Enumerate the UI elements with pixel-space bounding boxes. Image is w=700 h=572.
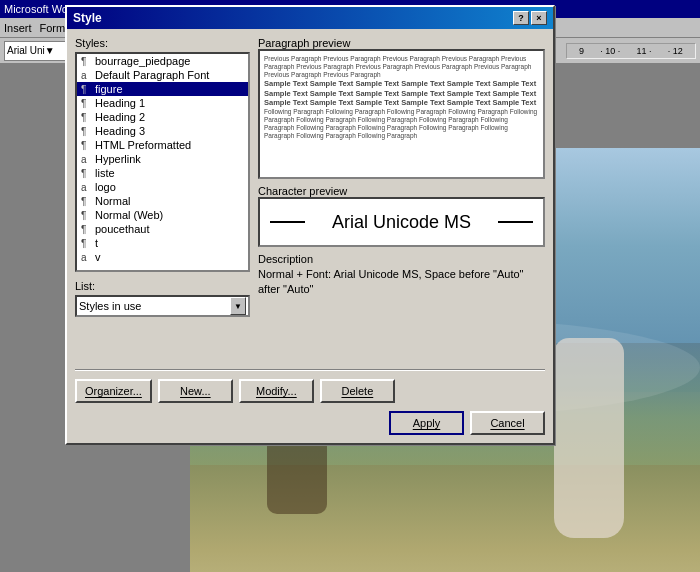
delete-button[interactable]: Delete [320, 379, 395, 403]
character-preview-box: Arial Unicode MS [258, 197, 545, 247]
style-name: Heading 3 [95, 125, 145, 137]
paragraph-preview-box: Previous Paragraph Previous Paragraph Pr… [258, 49, 545, 179]
style-prefix: a [81, 70, 91, 81]
ruler-num-12: · 12 [668, 46, 683, 56]
ruler-num-10: · 10 · [600, 46, 620, 56]
left-panel: Styles: ¶ bourrage_piedpage a Default Pa… [75, 37, 250, 345]
style-item-hyperlink[interactable]: a Hyperlink [77, 152, 248, 166]
style-name: v [95, 251, 101, 263]
style-name: Normal (Web) [95, 209, 163, 221]
style-name: Heading 2 [95, 111, 145, 123]
style-dialog: Style ? × Styles: ¶ bourrage_piedpage a [65, 5, 555, 445]
style-prefix: ¶ [81, 56, 91, 67]
style-item-heading1[interactable]: ¶ Heading 1 [77, 96, 248, 110]
list-label: List: [75, 280, 250, 292]
style-item-poucethaut[interactable]: ¶ poucethaut [77, 222, 248, 236]
styles-label: Styles: [75, 37, 250, 49]
list-dropdown[interactable]: Styles in use ▼ [75, 295, 250, 317]
dialog-titlebar-buttons: ? × [513, 11, 547, 25]
style-value: Arial Uni [7, 45, 45, 56]
description-text: Normal + Font: Arial Unicode MS, Space b… [258, 267, 545, 298]
style-name: poucethaut [95, 223, 149, 235]
preview-sample-text: Sample Text Sample Text Sample Text Samp… [264, 79, 539, 107]
style-prefix: ¶ [81, 126, 91, 137]
style-item-heading2[interactable]: ¶ Heading 2 [77, 110, 248, 124]
dialog-bottom: Organizer... New... Modify... Delete App… [67, 369, 553, 443]
ruler-num-11: 11 · [637, 46, 652, 56]
style-item-t[interactable]: ¶ t [77, 236, 248, 250]
style-item-default-para[interactable]: a Default Paragraph Font [77, 68, 248, 82]
dialog-titlebar[interactable]: Style ? × [67, 7, 553, 29]
separator [75, 369, 545, 371]
character-preview-label: Character preview [258, 185, 347, 197]
dropdown-arrow-icon[interactable]: ▼ [230, 297, 246, 315]
style-item-heading3[interactable]: ¶ Heading 3 [77, 124, 248, 138]
style-prefix: a [81, 154, 91, 165]
modify-button[interactable]: Modify... [239, 379, 314, 403]
paragraph-preview-label: Paragraph preview [258, 37, 350, 49]
style-name: logo [95, 181, 116, 193]
styles-listbox[interactable]: ¶ bourrage_piedpage a Default Paragraph … [75, 52, 250, 272]
list-section: List: Styles in use ▼ [75, 280, 250, 317]
description-label: Description [258, 253, 545, 265]
style-name: Normal [95, 195, 130, 207]
character-font-display: Arial Unicode MS [332, 212, 471, 233]
menu-insert[interactable]: Insert [4, 22, 32, 34]
style-prefix: a [81, 252, 91, 263]
bottom-buttons-row1: Organizer... New... Modify... Delete [75, 379, 545, 403]
style-item-html-pre[interactable]: ¶ HTML Preformatted [77, 138, 248, 152]
dropdown-arrow-icon: ▼ [45, 45, 55, 56]
apply-button[interactable]: Apply [389, 411, 464, 435]
bottom-buttons-row2: Apply Cancel [75, 411, 545, 435]
style-name: t [95, 237, 98, 249]
style-name: HTML Preformatted [95, 139, 191, 151]
style-prefix: ¶ [81, 196, 91, 207]
style-prefix: a [81, 182, 91, 193]
paragraph-preview-section: Paragraph preview Previous Paragraph Pre… [258, 37, 545, 179]
style-prefix: ¶ [81, 98, 91, 109]
style-name: Heading 1 [95, 97, 145, 109]
style-name: Default Paragraph Font [95, 69, 209, 81]
style-prefix: ¶ [81, 140, 91, 151]
description-section: Description Normal + Font: Arial Unicode… [258, 253, 545, 298]
ruler-num-9: 9 [579, 46, 584, 56]
right-panel: Paragraph preview Previous Paragraph Pre… [258, 37, 545, 345]
style-item-v[interactable]: a v [77, 250, 248, 264]
style-item-normal-web[interactable]: ¶ Normal (Web) [77, 208, 248, 222]
style-item-logo[interactable]: a logo [77, 180, 248, 194]
right-figure [554, 338, 624, 538]
style-prefix: ¶ [81, 238, 91, 249]
help-button[interactable]: ? [513, 11, 529, 25]
organizer-button[interactable]: Organizer... [75, 379, 152, 403]
style-name: figure [95, 83, 123, 95]
style-item-normal[interactable]: ¶ Normal [77, 194, 248, 208]
preview-following-text: Following Paragraph Following Paragraph … [264, 108, 539, 141]
char-underline-left [270, 221, 305, 223]
style-item-liste[interactable]: ¶ liste [77, 166, 248, 180]
style-item-bourrage[interactable]: ¶ bourrage_piedpage [77, 54, 248, 68]
style-prefix: ¶ [81, 210, 91, 221]
new-button[interactable]: New... [158, 379, 233, 403]
style-name: liste [95, 167, 115, 179]
style-name: Hyperlink [95, 153, 141, 165]
close-button[interactable]: × [531, 11, 547, 25]
list-value: Styles in use [79, 300, 141, 312]
style-prefix: ¶ [81, 168, 91, 179]
dialog-title: Style [73, 11, 102, 25]
style-name: bourrage_piedpage [95, 55, 190, 67]
cancel-button[interactable]: Cancel [470, 411, 545, 435]
style-prefix: ¶ [81, 224, 91, 235]
character-preview-section: Character preview Arial Unicode MS [258, 185, 545, 247]
char-underline-right [498, 221, 533, 223]
preview-previous-text: Previous Paragraph Previous Paragraph Pr… [264, 55, 539, 79]
style-prefix: ¶ [81, 84, 91, 95]
style-item-figure[interactable]: ¶ figure [77, 82, 248, 96]
style-prefix: ¶ [81, 112, 91, 123]
ruler-numbers: 9 · 10 · 11 · · 12 [566, 43, 696, 59]
